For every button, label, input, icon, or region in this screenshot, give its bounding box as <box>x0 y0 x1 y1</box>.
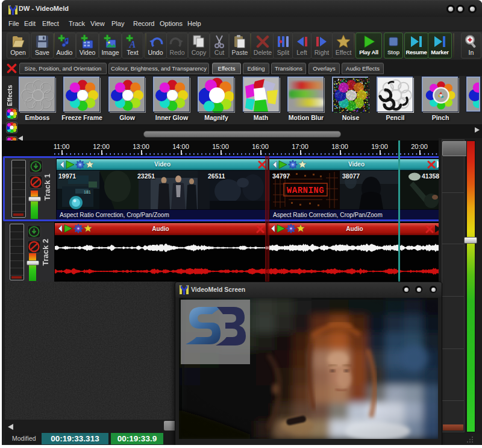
svg-text:16:00: 16:00 <box>252 143 269 150</box>
svg-text:13:00: 13:00 <box>133 143 149 150</box>
svg-text:11:00: 11:00 <box>54 143 70 150</box>
svg-text:14:00: 14:00 <box>172 143 189 150</box>
svg-text:17:00: 17:00 <box>292 143 308 150</box>
svg-text:WARNING: WARNING <box>287 186 324 195</box>
svg-text:15:00: 15:00 <box>212 143 229 150</box>
svg-text:18:00: 18:00 <box>331 143 348 150</box>
svg-text:181: 181 <box>84 190 91 194</box>
svg-text:12:00: 12:00 <box>93 143 110 150</box>
svg-text:19:00: 19:00 <box>371 143 388 150</box>
svg-text:20:00: 20:00 <box>411 143 428 150</box>
